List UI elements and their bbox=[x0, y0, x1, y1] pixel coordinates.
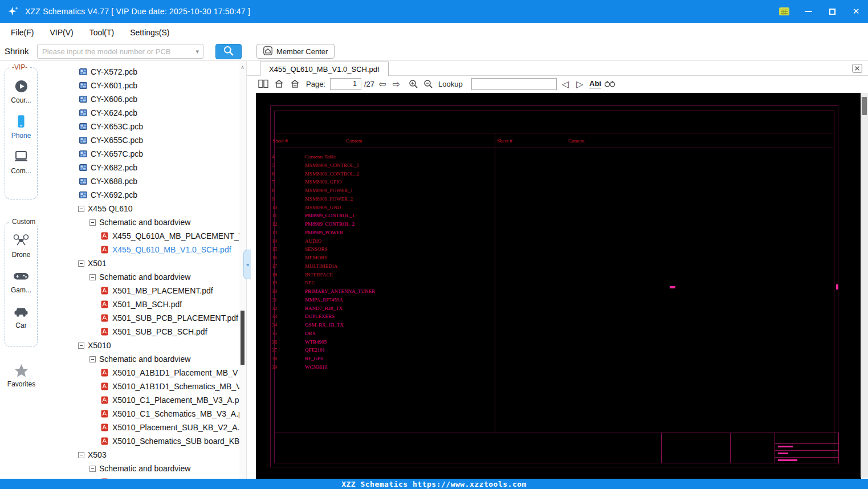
sidebar-item-cour[interactable]: Cour... bbox=[5, 78, 37, 104]
prev-match-icon[interactable]: ◁ bbox=[562, 76, 569, 92]
tree-item-pdf[interactable]: X501_MB_PLACEMENT.pdf bbox=[43, 284, 239, 298]
tree-item-subgroup[interactable]: Schematic and boardview bbox=[43, 352, 239, 366]
tree-item-pcb[interactable]: CY-X572.pcb bbox=[43, 65, 239, 79]
tree-scrollbar-thumb[interactable] bbox=[241, 311, 244, 365]
collapse-toggle-icon[interactable] bbox=[78, 343, 84, 349]
shrink-button[interactable]: Shrink bbox=[5, 46, 29, 56]
tree-item-group[interactable]: X5010 bbox=[43, 339, 239, 352]
contents-row[interactable]: 15SENSORS bbox=[271, 245, 494, 254]
contents-row[interactable]: 17MULTIMEDIA bbox=[271, 262, 494, 271]
tree-item-pdf[interactable]: X5010_Placement_SUB_KB_V2_A.p bbox=[43, 421, 239, 434]
contents-row[interactable]: 9MSM8909_POWER_2 bbox=[271, 195, 494, 203]
document-tab[interactable]: X455_QL610_MB_V1.0_SCH.pdf bbox=[260, 62, 389, 76]
contents-row[interactable]: 5MSM8909_CONTROL_1 bbox=[271, 161, 494, 170]
tree-item-pcb[interactable]: CY-X624.pcb bbox=[43, 106, 239, 120]
sidebar-item-com[interactable]: Com... bbox=[5, 148, 37, 175]
tree-item-pcb[interactable]: CY-X688.pcb bbox=[43, 174, 239, 188]
close-button[interactable]: ✕ bbox=[844, 0, 868, 23]
collapse-toggle-icon[interactable] bbox=[78, 452, 84, 458]
tree-item-pdf[interactable]: X501_SUB_PCB_PLACEMENT.pdf bbox=[43, 311, 239, 325]
tree-item-pdf[interactable]: X5010_A1B1D1_Schematics_MB_V bbox=[43, 380, 239, 393]
minimize-button[interactable] bbox=[796, 0, 820, 23]
maximize-button[interactable] bbox=[820, 0, 844, 23]
tree-item-pdf[interactable]: X501_MB_SCH.pdf bbox=[43, 298, 239, 311]
contents-row[interactable]: 34GSM_RX_1B_TX bbox=[271, 321, 494, 329]
contents-row[interactable]: 10MSM8909_GND bbox=[271, 203, 494, 212]
tree-item-pdf[interactable]: X5010_C1_Placement_MB_V3_A.p bbox=[43, 393, 239, 407]
tree-item-pcb[interactable]: CY-X692.pcb bbox=[43, 188, 239, 202]
next-match-icon[interactable]: ▷ bbox=[576, 76, 583, 92]
contents-row[interactable]: 12PM8909_CONTROL_2 bbox=[271, 220, 494, 229]
contents-row[interactable]: 36WTR4905 bbox=[271, 338, 494, 347]
contents-row[interactable]: 33DUPLEXERS bbox=[271, 312, 494, 321]
tree-item-pdf[interactable]: X455_QL610_MB_V1.0_SCH.pdf bbox=[43, 243, 239, 256]
collapse-toggle-icon[interactable] bbox=[89, 219, 96, 226]
fit-width-icon[interactable] bbox=[290, 76, 300, 92]
model-search-input[interactable] bbox=[38, 44, 195, 58]
collapse-toggle-icon[interactable] bbox=[89, 356, 96, 362]
menu-vip[interactable]: VIP(V) bbox=[42, 28, 81, 37]
lookup-input[interactable] bbox=[471, 78, 557, 90]
contents-row[interactable]: 8MSM8909_POWER_1 bbox=[271, 186, 494, 195]
contents-row[interactable]: 19NFC bbox=[271, 279, 494, 287]
contents-row[interactable]: 4Contents Table bbox=[271, 153, 494, 161]
tree-item-pcb[interactable]: CY-X655C.pcb bbox=[43, 133, 239, 147]
contents-row[interactable]: 31MMPA_RF7459A bbox=[271, 296, 494, 304]
contents-row[interactable]: 13PM8909_POWER bbox=[271, 229, 494, 237]
sidebar-item-car[interactable]: Car bbox=[5, 303, 37, 329]
tree-item-subgroup[interactable]: Schematic and boardview bbox=[43, 215, 239, 229]
collapse-toggle-icon[interactable] bbox=[78, 206, 84, 212]
tree-item-subgroup[interactable]: Schematic and boardview bbox=[43, 270, 239, 284]
member-center-button[interactable]: Member Center bbox=[256, 44, 335, 59]
contents-row[interactable]: 16MEMORY bbox=[271, 254, 494, 262]
viewer-scrollbar-thumb[interactable] bbox=[862, 97, 867, 115]
panel-collapse-handle[interactable]: ◂ bbox=[243, 250, 251, 279]
sidebar-item-favorites[interactable]: Favorites bbox=[0, 362, 43, 388]
tree-item-pdf[interactable]: X5010_A1B1D1_Placement_MB_V bbox=[43, 366, 239, 380]
page-number-input[interactable] bbox=[330, 78, 361, 90]
collapse-toggle-icon[interactable] bbox=[89, 466, 96, 472]
tree-item-pcb[interactable]: CY-X606.pcb bbox=[43, 92, 239, 106]
contents-row[interactable]: 7MSM8909_GPIO bbox=[271, 178, 494, 186]
tree-item-pdf[interactable]: X455_QL610A_MB_PLACEMENT_V bbox=[43, 229, 239, 243]
contents-row[interactable]: 37QFE2101 bbox=[271, 346, 494, 354]
tree-item-pdf[interactable]: X501_SUB_PCB_SCH.pdf bbox=[43, 325, 239, 339]
pdf-canvas[interactable]: Sheet # Content Sheet # Content 4Content… bbox=[256, 93, 861, 479]
next-page-icon[interactable]: ⇨ bbox=[393, 76, 400, 92]
contents-row[interactable]: 38RF_GPS bbox=[271, 354, 494, 363]
sidebar-item-gam[interactable]: Gam... bbox=[5, 267, 37, 294]
search-button[interactable] bbox=[215, 44, 242, 59]
tree-item-group[interactable]: X501 bbox=[43, 256, 239, 270]
search-all-pages-icon[interactable] bbox=[604, 76, 616, 92]
match-case-button[interactable]: Abi bbox=[589, 79, 601, 88]
tree-item-pcb[interactable]: CY-X601.pcb bbox=[43, 79, 239, 92]
collapse-toggle-icon[interactable] bbox=[78, 260, 84, 267]
menu-settings[interactable]: Settings(S) bbox=[122, 28, 177, 37]
tree-item-group[interactable]: X455 QL610 bbox=[43, 202, 239, 215]
tree-item-pdf[interactable]: X5010_Schematics_SUB board_KB bbox=[43, 434, 239, 448]
contents-row[interactable]: 11PM8909_CONTROL_1 bbox=[271, 211, 494, 220]
scroll-up-arrow-icon[interactable]: ∧ bbox=[240, 64, 245, 70]
menu-file[interactable]: File(F) bbox=[3, 28, 42, 37]
search-dropdown-caret-icon[interactable]: ▾ bbox=[195, 48, 203, 55]
collapse-toggle-icon[interactable] bbox=[89, 274, 96, 280]
zoom-out-icon[interactable] bbox=[423, 76, 433, 92]
contents-row[interactable]: 35DRX bbox=[271, 329, 494, 338]
tree-item-group[interactable]: X503 bbox=[43, 448, 239, 462]
menu-tool[interactable]: Tool(T) bbox=[81, 28, 123, 37]
contents-row[interactable]: 18INTERFACE bbox=[271, 271, 494, 279]
contents-row[interactable]: 32BAND7_B28_TX bbox=[271, 304, 494, 313]
recharge-card-icon[interactable] bbox=[772, 0, 796, 23]
tree-item-pcb[interactable]: CY-X682.pcb bbox=[43, 161, 239, 174]
tree-item-pcb[interactable]: CY-X653C.pcb bbox=[43, 120, 239, 133]
sidebar-item-phone[interactable]: Phone bbox=[5, 113, 37, 140]
tree-item-subgroup[interactable]: Schematic and boardview bbox=[43, 462, 239, 475]
contents-row[interactable]: 39WCN3610 bbox=[271, 363, 494, 372]
sidebar-item-drone[interactable]: Drone bbox=[5, 232, 37, 259]
contents-row[interactable]: 30PRIMARY_ANTENNA_TUNER bbox=[271, 287, 494, 296]
tree-item-pdf[interactable]: X5010_C1_Schematics_MB_V3_A.p bbox=[43, 407, 239, 421]
contents-row[interactable]: 6MSM8909_CONTROL_2 bbox=[271, 170, 494, 178]
contents-row[interactable]: 14AUDIO bbox=[271, 237, 494, 246]
viewer-scrollbar[interactable] bbox=[861, 93, 868, 478]
prev-page-icon[interactable]: ⇦ bbox=[378, 76, 386, 92]
